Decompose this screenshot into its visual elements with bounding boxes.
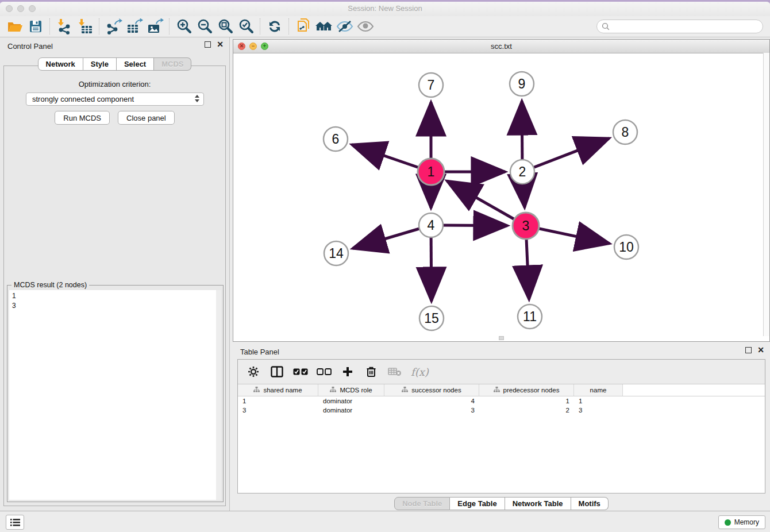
tab-network-table[interactable]: Network Table [505,497,571,510]
table-row[interactable]: 1dominator411 [238,396,765,406]
network-window: ✕ − + scc.txt 7968124314101511 [233,39,770,342]
export-image-icon[interactable] [145,18,165,35]
network-canvas[interactable]: 7968124314101511 [233,53,764,336]
select-all-columns-icon[interactable] [293,364,308,379]
export-table-icon[interactable] [124,18,145,35]
network-window-titlebar[interactable]: ✕ − + scc.txt [233,40,769,53]
tab-edge-table[interactable]: Edge Table [450,497,505,510]
add-column-icon[interactable] [340,364,355,379]
import-table-icon[interactable] [75,18,95,35]
float-panel-icon[interactable] [205,41,211,48]
import-network-icon[interactable] [54,18,75,35]
zoom-in-icon[interactable] [174,18,194,35]
result-scrollbar[interactable] [216,290,221,500]
tab-style[interactable]: Style [83,57,117,71]
column-header-predecessor-nodes[interactable]: predecessor nodes [479,384,574,396]
tab-select[interactable]: Select [117,57,154,71]
graph-node-label: 4 [428,218,435,233]
show-eye-icon[interactable] [355,18,376,35]
table-cell[interactable]: dominator [318,407,384,414]
delete-column-icon[interactable] [364,364,379,379]
mcds-result-title: MCDS result (2 nodes) [11,281,89,289]
table-panel-tabs: Node TableEdge TableNetwork TableMotifs [233,497,770,510]
graph-node-label: 10 [619,240,634,255]
table-settings-gear-icon[interactable] [246,364,261,379]
memory-label: Memory [734,518,759,526]
graph-node-label: 1 [428,164,435,179]
tree-icon [330,387,336,394]
mcds-result-area[interactable]: 1 3 [9,290,221,500]
table-cell[interactable]: 3 [238,407,318,414]
column-label: MCDS role [340,387,372,394]
table-row[interactable]: 3dominator323 [238,406,765,415]
search-input[interactable] [613,22,758,31]
float-table-panel-icon[interactable] [745,347,752,353]
home-layout-icon[interactable] [314,18,334,35]
optimization-select-value: strongly connected component [32,95,134,103]
list-icon [10,519,20,526]
table-cell[interactable]: 2 [479,407,574,414]
column-label: successor nodes [411,387,461,394]
run-mcds-button[interactable]: Run MCDS [55,111,110,125]
column-header-name[interactable]: name [574,384,623,396]
graph-node-label: 2 [519,164,526,179]
network-vertical-scrollbar[interactable] [763,53,769,336]
network-bottom-strip [233,336,764,341]
delete-table-icon[interactable] [387,364,402,379]
task-history-button[interactable] [6,515,24,530]
node-table[interactable]: shared nameMCDS rolesuccessor nodesprede… [238,384,765,493]
table-panel: Table Panel ✕ [233,343,770,513]
table-cell[interactable]: 4 [384,398,479,404]
tree-icon [253,387,260,394]
column-header-MCDS-role[interactable]: MCDS role [318,384,384,396]
network-graph[interactable]: 7968124314101511 [233,53,764,336]
network-resize-handle[interactable] [499,336,504,340]
table-body: 1dominator4113dominator323 [238,396,765,415]
memory-button[interactable]: Memory [718,515,765,529]
refresh-icon[interactable] [264,18,285,35]
zoom-fit-icon[interactable] [215,18,236,35]
function-builder-icon[interactable]: f(x) [411,366,429,378]
status-bar: Memory [0,511,770,532]
mcds-result-text: 1 3 [9,290,221,312]
window-title: Session: New Session [0,4,770,13]
main-title-bar: Session: New Session [0,2,770,17]
column-header-shared-name[interactable]: shared name [238,384,318,396]
table-cell[interactable]: 1 [574,398,623,404]
toolbar-separator [99,18,100,34]
copy-style-icon[interactable] [293,18,314,35]
graph-edge-2-8[interactable] [522,138,609,172]
network-window-title: scc.txt [233,42,769,51]
search-icon [602,22,610,30]
tab-mcds[interactable]: MCDS [154,57,191,71]
deselect-all-columns-icon[interactable] [317,364,332,379]
zoom-out-icon[interactable] [194,18,215,35]
table-cell[interactable]: dominator [318,398,384,404]
export-network-icon[interactable] [103,18,124,35]
hide-eye-icon[interactable] [334,18,355,35]
close-panel-icon[interactable]: ✕ [217,41,224,48]
table-cell[interactable]: 3 [574,407,623,414]
column-header-successor-nodes[interactable]: successor nodes [384,384,479,396]
optimization-select[interactable]: strongly connected component [26,92,204,106]
table-cell[interactable]: 1 [238,398,318,404]
tab-network[interactable]: Network [38,57,83,71]
column-label: shared name [263,387,302,394]
memory-status-icon [725,519,731,526]
open-session-icon[interactable] [5,18,25,35]
split-columns-icon[interactable] [270,364,284,379]
graph-node-label: 3 [522,218,530,233]
close-panel-button[interactable]: Close panel [118,111,175,125]
select-stepper-icon [195,95,199,102]
tab-motifs[interactable]: Motifs [571,497,609,510]
save-session-icon[interactable] [25,18,46,35]
table-cell[interactable]: 3 [384,407,479,414]
tab-node-table[interactable]: Node Table [394,497,450,510]
zoom-selected-icon[interactable] [236,18,256,35]
table-cell[interactable]: 1 [479,398,574,404]
tree-icon [494,387,500,394]
control-panel: Control Panel ✕ NetworkStyleSelectMCDS O… [0,37,230,513]
table-panel-title: Table Panel [240,348,279,356]
close-table-panel-icon[interactable]: ✕ [757,347,764,353]
search-field[interactable] [596,20,763,33]
